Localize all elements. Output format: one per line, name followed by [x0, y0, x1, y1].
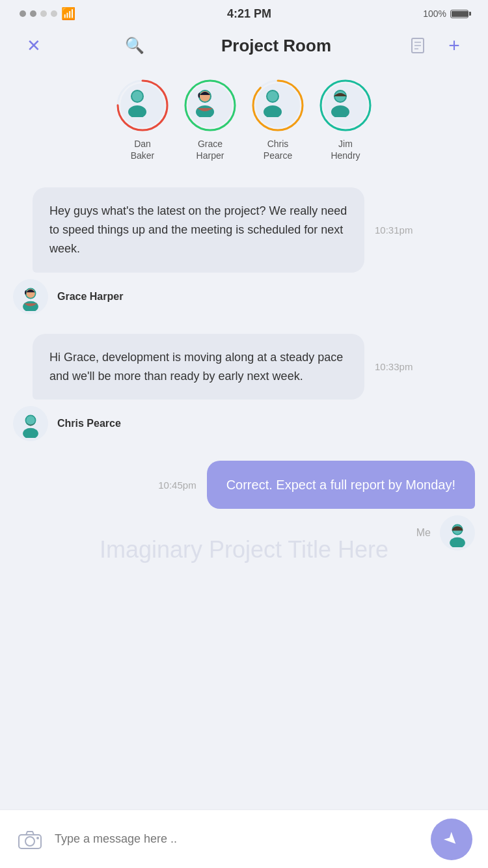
- input-bar: ➤: [0, 809, 488, 868]
- svg-point-8: [132, 91, 142, 102]
- sender-avatar-grace: [13, 279, 48, 314]
- avatar-jim-hendry[interactable]: JimHendry: [318, 78, 373, 161]
- avatar-ring-grace: [183, 78, 237, 133]
- signal-dot-4: [51, 10, 57, 17]
- bubble-text-1: Hey guys what's the latest on the projec…: [49, 204, 347, 255]
- send-button[interactable]: ➤: [431, 819, 472, 860]
- signal-area: 📶: [20, 7, 75, 21]
- add-button[interactable]: +: [440, 31, 468, 60]
- bubble-text-3: Correct. Expect a full report by Monday!: [226, 478, 455, 492]
- avatar-img-jim: [323, 83, 368, 128]
- header-actions: +: [403, 31, 468, 60]
- bubble-3: Correct. Expect a full report by Monday!: [207, 461, 475, 509]
- status-time: 4:21 PM: [227, 7, 271, 21]
- sender-row-2: Chris Pearce: [13, 406, 121, 441]
- bubble-1: Hey guys what's the latest on the projec…: [33, 187, 364, 272]
- message-group-1: Hey guys what's the latest on the projec…: [13, 187, 475, 314]
- avatar-img-grace: [188, 83, 232, 128]
- avatars-row: DanBaker GraceHarper: [0, 72, 488, 181]
- camera-icon: [18, 830, 42, 849]
- msg-time-2: 10:33pm: [375, 361, 413, 372]
- battery-area: 100%: [423, 8, 468, 19]
- svg-point-31: [450, 537, 465, 547]
- wifi-icon: 📶: [61, 7, 75, 21]
- search-button[interactable]: 🔍: [120, 31, 149, 60]
- camera-button[interactable]: [16, 825, 44, 854]
- send-icon: ➤: [439, 827, 463, 851]
- sender-name-2: Chris Pearce: [57, 418, 121, 429]
- avatar-grace-harper[interactable]: GraceHarper: [183, 78, 237, 161]
- message-input[interactable]: [55, 832, 420, 846]
- message-group-2: Hi Grace, development is moving along at…: [13, 334, 475, 442]
- svg-point-28: [23, 428, 38, 438]
- avatar-ring-chris: [251, 78, 305, 133]
- close-icon: ✕: [27, 36, 41, 56]
- signal-dot-3: [40, 10, 47, 17]
- search-icon: 🔍: [125, 36, 144, 55]
- avatar-ring-dan: [115, 78, 170, 133]
- page-title: Project Room: [221, 36, 331, 56]
- battery-fill: [452, 11, 468, 17]
- sender-avatar-chris: [13, 406, 48, 441]
- sender-name-1: Grace Harper: [57, 291, 123, 303]
- sender-row-1: Grace Harper: [13, 279, 123, 314]
- notepad-button[interactable]: [403, 31, 432, 60]
- avatar-ring-jim: [318, 78, 373, 133]
- message-group-3: 10:45pm Correct. Expect a full report by…: [13, 461, 475, 550]
- msg-time-1: 10:31pm: [375, 224, 413, 236]
- avatar-label-jim: JimHendry: [331, 138, 360, 161]
- svg-point-17: [264, 105, 282, 117]
- bubble-wrap-3: 10:45pm Correct. Expect a full report by…: [13, 461, 475, 509]
- status-bar: 📶 4:21 PM 100%: [0, 0, 488, 25]
- avatar-dan-baker[interactable]: DanBaker: [115, 78, 170, 161]
- msg-time-3: 10:45pm: [158, 480, 196, 491]
- plus-icon: +: [448, 34, 460, 57]
- avatar-img-dan: [120, 83, 165, 128]
- signal-dot-1: [20, 10, 26, 17]
- svg-point-34: [25, 837, 34, 846]
- avatar-label-chris: ChrisPearce: [264, 138, 292, 161]
- svg-point-18: [267, 91, 278, 102]
- bubble-2: Hi Grace, development is moving along at…: [33, 334, 364, 400]
- avatar-label-dan: DanBaker: [131, 138, 155, 161]
- sender-row-3: Me: [416, 515, 475, 550]
- sender-avatar-me: [440, 515, 475, 550]
- svg-point-35: [36, 837, 39, 839]
- svg-point-22: [331, 105, 349, 117]
- header: ✕ 🔍 Project Room +: [0, 25, 488, 72]
- avatar-label-grace: GraceHarper: [197, 138, 224, 161]
- battery-percent: 100%: [423, 8, 446, 19]
- bubble-wrap-2: Hi Grace, development is moving along at…: [13, 334, 475, 400]
- avatar-chris-pearce[interactable]: ChrisPearce: [251, 78, 305, 161]
- close-button[interactable]: ✕: [20, 31, 48, 60]
- battery-bar: [450, 10, 468, 18]
- svg-point-29: [26, 416, 35, 426]
- svg-point-7: [128, 105, 146, 117]
- bubble-text-2: Hi Grace, development is moving along at…: [49, 351, 343, 383]
- chat-area: Imaginary Project Title Here Hey guys wh…: [0, 181, 488, 648]
- notepad-icon: [409, 36, 427, 55]
- me-label: Me: [416, 527, 431, 539]
- signal-dot-2: [30, 10, 36, 17]
- avatar-img-chris: [256, 83, 300, 128]
- bubble-wrap-1: Hey guys what's the latest on the projec…: [13, 187, 475, 272]
